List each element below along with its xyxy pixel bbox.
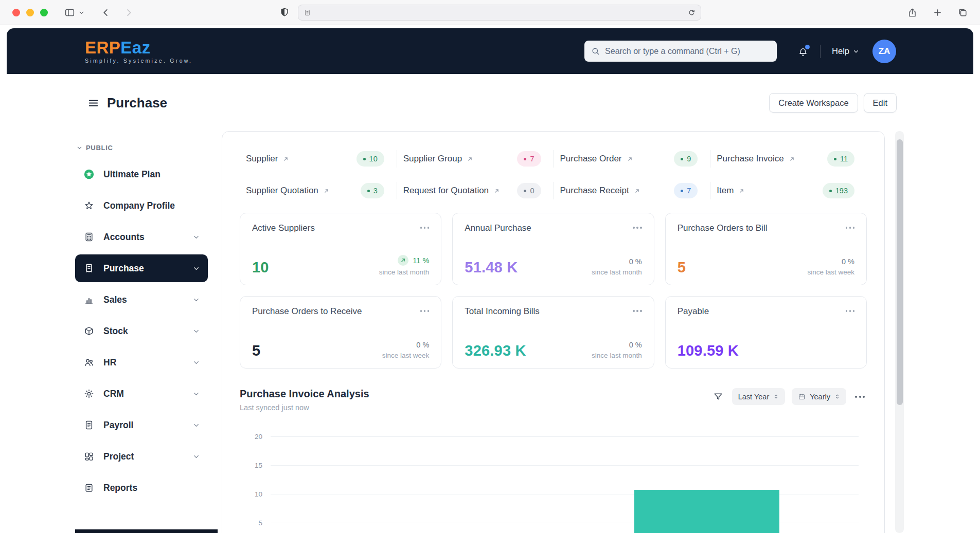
shortcut-link[interactable]: Supplier Quotation	[246, 186, 330, 196]
people-icon	[83, 357, 95, 367]
card-menu-icon[interactable]	[633, 223, 642, 229]
chevron-up-down-icon	[773, 394, 779, 399]
share-icon[interactable]	[907, 8, 917, 17]
stat-title: Purchase Orders to Receive	[252, 306, 362, 317]
arrow-up-right-icon	[738, 188, 745, 194]
sidebar-item-purchase[interactable]: Purchase	[75, 254, 208, 282]
card-menu-icon[interactable]	[846, 223, 855, 229]
card-menu-icon[interactable]	[420, 306, 430, 312]
shortcut-purchase-order: Purchase Order 9	[554, 150, 710, 168]
logo-secondary: Eaz	[120, 38, 150, 57]
shortcut-link[interactable]: Supplier	[246, 154, 289, 164]
sidebar-item-stock[interactable]: Stock	[75, 317, 208, 345]
content-scrollbar[interactable]	[895, 131, 904, 533]
back-button[interactable]	[101, 8, 111, 17]
filter-button[interactable]	[711, 390, 725, 404]
sidebar-item-project[interactable]: Project	[75, 443, 208, 470]
shortcut-label: Purchase Invoice	[717, 154, 783, 164]
range-select-value: Last Year	[738, 393, 769, 401]
sidebar-item-label: Purchase	[103, 263, 144, 274]
shortcut-purchase-receipt: Purchase Receipt 7	[554, 182, 710, 199]
shortcut-item: Item 193	[710, 182, 867, 199]
interval-select[interactable]: Yearly	[792, 388, 846, 405]
address-input[interactable]	[315, 8, 684, 16]
scrollbar-thumb[interactable]	[897, 139, 903, 405]
trend-up-icon	[398, 255, 408, 266]
forward-button[interactable]	[124, 8, 134, 17]
stat-change: 11 %	[379, 255, 430, 266]
chevron-down-icon	[192, 359, 200, 366]
shortcut-label: Purchase Receipt	[560, 186, 629, 196]
stat-card-payable: Payable 109.59 K	[665, 296, 867, 369]
workspace-menu-icon[interactable]	[87, 97, 99, 109]
shortcut-label: Supplier Quotation	[246, 186, 318, 196]
stat-change: 0 %	[592, 341, 642, 349]
privacy-shield-icon[interactable]	[279, 7, 290, 17]
chart-title: Purchase Invoice Analysis	[240, 388, 369, 400]
chart-sync-status: Last synced just now	[240, 403, 369, 412]
card-menu-icon[interactable]	[420, 223, 430, 229]
arrow-up-right-icon	[789, 156, 795, 162]
stat-period: since last month	[379, 268, 430, 276]
refresh-icon[interactable]	[688, 9, 696, 16]
sidebar-item-accounts[interactable]: Accounts	[75, 223, 208, 251]
zoom-window-button[interactable]	[40, 9, 48, 16]
invoice-bar	[634, 490, 779, 533]
sidebar-item-sales[interactable]: Sales	[75, 286, 208, 314]
sidebar-section-public[interactable]: PUBLIC	[75, 143, 208, 152]
create-workspace-button[interactable]: Create Workspace	[769, 93, 858, 113]
chevron-down-icon	[192, 327, 200, 335]
shortcut-link[interactable]: Purchase Order	[560, 154, 633, 164]
sidebar-item-ultimate-plan[interactable]: Ultimate Plan	[75, 160, 208, 188]
stat-value: 326.93 K	[465, 342, 526, 359]
help-menu[interactable]: Help	[832, 46, 859, 56]
arrow-up-right-icon	[634, 188, 640, 194]
workspace-content: Supplier 10 Supplier Group 7 Purchase Or…	[222, 131, 885, 533]
card-menu-icon[interactable]	[633, 306, 642, 312]
count-badge: 9	[674, 151, 698, 167]
close-window-button[interactable]	[12, 9, 20, 16]
shortcut-label: Supplier Group	[403, 154, 462, 164]
shortcut-link[interactable]: Purchase Receipt	[560, 186, 640, 196]
chevron-down-icon[interactable]	[79, 10, 84, 15]
shortcut-link[interactable]: Purchase Invoice	[717, 154, 795, 164]
stat-period: since last month	[592, 268, 642, 276]
address-bar[interactable]	[298, 5, 701, 21]
user-avatar[interactable]: ZA	[872, 40, 896, 63]
tab-overview-icon[interactable]	[958, 8, 968, 17]
search-icon	[591, 47, 600, 56]
arrow-up-right-icon	[323, 188, 330, 194]
sidebar-item-crm[interactable]: CRM	[75, 380, 208, 408]
global-search[interactable]	[584, 41, 777, 62]
edit-button[interactable]: Edit	[864, 93, 897, 113]
sidebar-item-label: Stock	[103, 326, 128, 337]
notification-dot	[805, 45, 810, 49]
shortcut-link[interactable]: Item	[717, 186, 745, 196]
chart-menu-button[interactable]	[853, 395, 867, 399]
card-menu-icon[interactable]	[846, 306, 855, 312]
sidebar-item-payroll[interactable]: Payroll	[75, 411, 208, 439]
sidebar-item-hr[interactable]: HR	[75, 348, 208, 376]
sidebar-item-reports[interactable]: Reports	[75, 474, 208, 502]
help-label: Help	[832, 46, 849, 56]
stat-title: Total Incoming Bills	[465, 306, 540, 317]
stat-value: 10	[252, 259, 269, 276]
sidebar-item-label: Accounts	[103, 232, 145, 243]
shortcut-link[interactable]: Supplier Group	[403, 154, 473, 164]
sidebar-item-company-profile[interactable]: Company Profile	[75, 192, 208, 219]
shortcut-link[interactable]: Request for Quotation	[403, 186, 500, 196]
stat-title: Active Suppliers	[252, 223, 315, 233]
page-title: Purchase	[107, 95, 167, 111]
nav-divider	[820, 45, 821, 58]
purchase-invoice-chart: 20 15 10 5	[240, 430, 867, 533]
chevron-down-icon	[192, 421, 200, 429]
notifications-bell-icon[interactable]	[797, 46, 809, 57]
new-tab-icon[interactable]	[933, 8, 942, 17]
sidebar-toggle-icon[interactable]	[64, 7, 75, 18]
minimize-window-button[interactable]	[26, 9, 34, 16]
calendar-icon	[798, 393, 806, 400]
app-logo[interactable]: ERPEaz Simplify. Systemize. Grow.	[85, 39, 192, 64]
sidebar-item-label: Project	[103, 451, 134, 462]
search-input[interactable]	[605, 47, 770, 56]
range-select[interactable]: Last Year	[732, 388, 785, 405]
